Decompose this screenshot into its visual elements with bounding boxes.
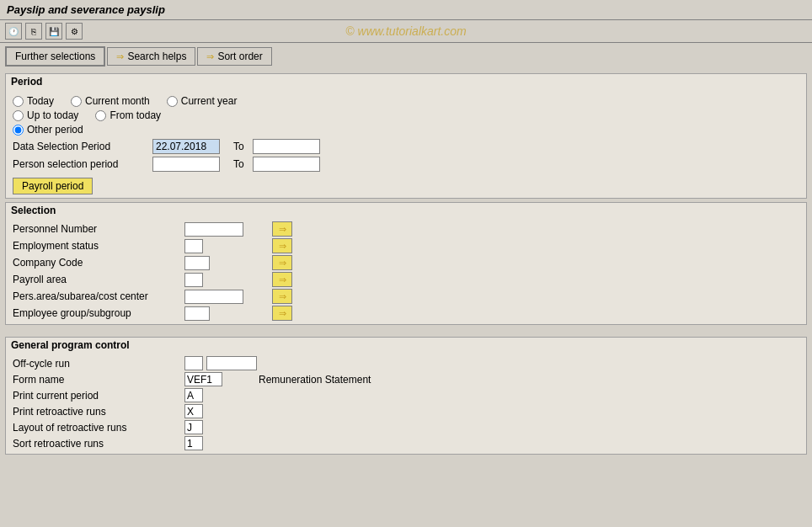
data-selection-period-label: Data Selection Period xyxy=(13,141,147,152)
config-icon[interactable]: ⚙ xyxy=(66,23,83,40)
tab-further-selections[interactable]: Further selections xyxy=(5,46,105,67)
off-cycle-run-input2[interactable] xyxy=(206,356,257,370)
radio-today[interactable]: Today xyxy=(13,95,54,107)
arrow-icon: ⇒ xyxy=(116,51,124,62)
tab-sort-order[interactable]: ⇒ Sort order xyxy=(197,47,271,66)
payroll-period-button[interactable]: Payroll period xyxy=(13,178,93,194)
payroll-area-label: Payroll area xyxy=(13,274,181,285)
pers-area-input[interactable] xyxy=(184,290,243,304)
radio-current-year[interactable]: Current year xyxy=(167,95,238,107)
company-code-btn[interactable]: ⇒ xyxy=(272,255,292,270)
tab-search-helps[interactable]: ⇒ Search helps xyxy=(107,47,195,66)
off-cycle-run-input1[interactable] xyxy=(184,356,203,370)
print-retroactive-runs-label: Print retroactive runs xyxy=(13,406,181,418)
person-selection-period-label: Person selection period xyxy=(13,158,147,170)
payroll-area-btn[interactable]: ⇒ xyxy=(272,272,292,287)
gpc-title: General program control xyxy=(6,338,806,353)
period-section: Period Today Current month Current year xyxy=(5,73,807,199)
employment-status-label: Employment status xyxy=(13,240,181,252)
data-selection-to-input[interactable] xyxy=(253,139,320,154)
arrow-icon2: ⇒ xyxy=(206,51,214,62)
sort-retroactive-runs-label: Sort retroactive runs xyxy=(13,438,181,450)
radio-other-period[interactable]: Other period xyxy=(13,124,83,136)
sort-retroactive-runs-input[interactable] xyxy=(184,436,203,450)
toolbar: 🕐 ⎘ 💾 ⚙ © www.tutorialkart.com xyxy=(0,20,812,43)
layout-retroactive-runs-label: Layout of retroactive runs xyxy=(13,422,181,434)
company-code-input[interactable] xyxy=(184,256,210,270)
radio-current-month[interactable]: Current month xyxy=(71,95,150,107)
form-name-desc: Remuneration Statement xyxy=(255,374,424,386)
tab-bar: Further selections ⇒ Search helps ⇒ Sort… xyxy=(0,43,812,70)
person-selection-to-input[interactable] xyxy=(253,157,320,172)
general-program-control-section: General program control Off-cycle run Fo… xyxy=(5,337,807,455)
employment-status-input[interactable] xyxy=(184,239,203,253)
layout-retroactive-runs-input[interactable] xyxy=(184,420,203,434)
pers-area-label: Pers.area/subarea/cost center xyxy=(13,290,181,302)
data-selection-from-input[interactable] xyxy=(152,139,220,154)
radio-up-to-today[interactable]: Up to today xyxy=(13,109,78,121)
clock-icon[interactable]: 🕐 xyxy=(5,23,22,40)
form-name-input[interactable] xyxy=(184,372,222,386)
payroll-area-input[interactable] xyxy=(184,273,203,287)
form-name-label: Form name xyxy=(13,374,181,386)
personnel-number-btn[interactable]: ⇒ xyxy=(272,221,292,237)
title-bar: Payslip and severance payslip xyxy=(0,0,812,20)
selection-section: Selection Personnel Number ⇒ Employment … xyxy=(5,202,807,325)
print-current-period-input[interactable] xyxy=(184,388,203,402)
save-icon[interactable]: 💾 xyxy=(45,23,62,40)
to-label-2: To xyxy=(233,158,244,170)
copy-icon[interactable]: ⎘ xyxy=(25,23,42,40)
print-current-period-label: Print current period xyxy=(13,390,181,402)
to-label-1: To xyxy=(233,141,244,152)
pers-area-btn[interactable]: ⇒ xyxy=(272,289,292,304)
employee-group-label: Employee group/subgroup xyxy=(13,307,181,319)
personnel-number-input[interactable] xyxy=(184,222,243,237)
off-cycle-run-label: Off-cycle run xyxy=(13,358,181,370)
personnel-number-label: Personnel Number xyxy=(13,223,181,235)
employee-group-input[interactable] xyxy=(184,306,210,321)
employee-group-btn[interactable]: ⇒ xyxy=(272,306,292,321)
person-selection-from-input[interactable] xyxy=(152,157,220,172)
print-retroactive-runs-input[interactable] xyxy=(184,404,203,418)
period-title: Period xyxy=(6,74,806,89)
watermark: © www.tutorialkart.com xyxy=(345,24,466,38)
radio-from-today[interactable]: From today xyxy=(95,109,161,121)
employment-status-btn[interactable]: ⇒ xyxy=(272,238,292,253)
selection-title: Selection xyxy=(6,203,806,218)
company-code-label: Company Code xyxy=(13,257,181,269)
